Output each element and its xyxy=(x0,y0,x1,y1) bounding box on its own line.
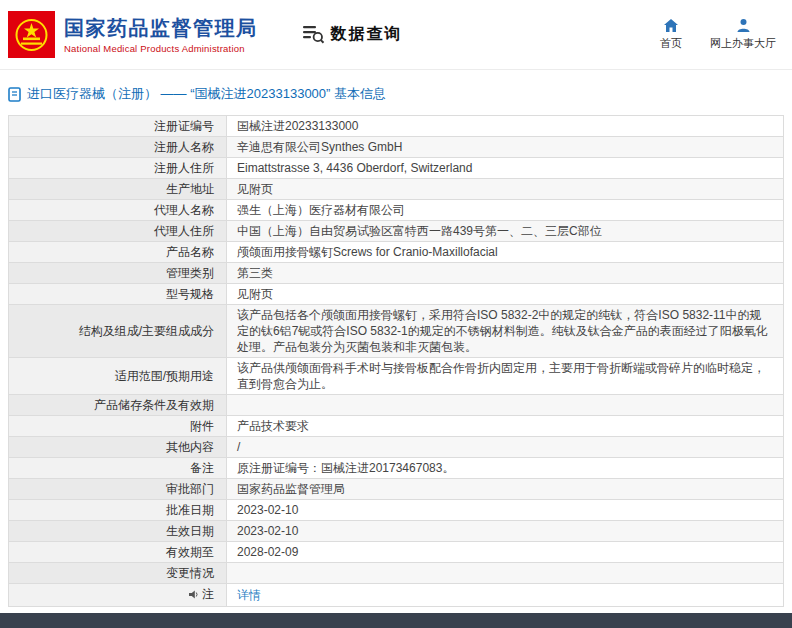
nav-home-label: 首页 xyxy=(660,36,682,51)
row-value: 2023-02-10 xyxy=(227,500,784,521)
table-row: 注册证编号 国械注进20233133000 xyxy=(9,116,784,137)
person-icon xyxy=(736,18,751,33)
row-label: 其他内容 xyxy=(9,437,227,458)
page-header: 国家药品监督管理局 National Medical Products Admi… xyxy=(0,0,792,70)
table-row: 管理类别 第三类 xyxy=(9,263,784,284)
table-row: 产品名称 颅颌面用接骨螺钉Screws for Cranio-Maxillofa… xyxy=(9,242,784,263)
row-label: 产品名称 xyxy=(9,242,227,263)
note-icon xyxy=(188,589,199,600)
table-row: 有效期至 2028-02-09 xyxy=(9,542,784,563)
row-value: 该产品供颅颌面骨科手术时与接骨板配合作骨折内固定用，主要用于骨折断端或骨碎片的临… xyxy=(227,358,784,395)
table-row: 注册人住所 Eimattstrasse 3, 4436 Oberdorf, Sw… xyxy=(9,158,784,179)
row-value xyxy=(227,395,784,416)
breadcrumb: 进口医疗器械（注册） —— “国械注进20233133000” 基本信息 xyxy=(0,70,792,115)
data-query-icon xyxy=(302,24,325,45)
row-label: 审批部门 xyxy=(9,479,227,500)
row-value: 产品技术要求 xyxy=(227,416,784,437)
table-row: 审批部门 国家药品监督管理局 xyxy=(9,479,784,500)
row-value: 原注册证编号：国械注进20173467083。 xyxy=(227,458,784,479)
table-row: 代理人住所 中国（上海）自由贸易试验区富特西一路439号第一、二、三层C部位 xyxy=(9,221,784,242)
table-row: 备注 原注册证编号：国械注进20173467083。 xyxy=(9,458,784,479)
row-label: 注 xyxy=(9,584,227,607)
row-label: 注册证编号 xyxy=(9,116,227,137)
footer-bar xyxy=(0,613,792,628)
data-query-module[interactable]: 数据查询 xyxy=(302,24,403,45)
note-label: 注 xyxy=(202,586,214,602)
agency-name-cn: 国家药品监督管理局 xyxy=(64,16,258,40)
row-value xyxy=(227,563,784,584)
page-title: 进口医疗器械（注册） —— “国械注进20233133000” 基本信息 xyxy=(27,85,386,103)
row-label: 生产地址 xyxy=(9,179,227,200)
row-label: 生效日期 xyxy=(9,521,227,542)
table-row: 适用范围/预期用途 该产品供颅颌面骨科手术时与接骨板配合作骨折内固定用，主要用于… xyxy=(9,358,784,395)
registration-info-table: 注册证编号 国械注进20233133000 注册人名称 辛迪思有限公司Synth… xyxy=(8,115,784,607)
table-row: 变更情况 xyxy=(9,563,784,584)
table-row: 代理人名称 强生（上海）医疗器材有限公司 xyxy=(9,200,784,221)
row-value: 颅颌面用接骨螺钉Screws for Cranio-Maxillofacial xyxy=(227,242,784,263)
table-row: 注册人名称 辛迪思有限公司Synthes GmbH xyxy=(9,137,784,158)
top-nav: 首页 网上办事大厅 xyxy=(660,18,776,51)
row-value: Eimattstrasse 3, 4436 Oberdorf, Switzerl… xyxy=(227,158,784,179)
row-label: 适用范围/预期用途 xyxy=(9,358,227,395)
nav-item-home[interactable]: 首页 xyxy=(660,18,682,51)
row-label: 变更情况 xyxy=(9,563,227,584)
document-icon xyxy=(8,87,21,102)
agency-name-block: 国家药品监督管理局 National Medical Products Admi… xyxy=(64,16,258,54)
detail-link[interactable]: 详情 xyxy=(237,588,261,602)
row-value: 国械注进20233133000 xyxy=(227,116,784,137)
row-value: 强生（上海）医疗器材有限公司 xyxy=(227,200,784,221)
row-label: 管理类别 xyxy=(9,263,227,284)
row-label: 代理人住所 xyxy=(9,221,227,242)
agency-brand: 国家药品监督管理局 National Medical Products Admi… xyxy=(8,11,258,58)
row-value: 国家药品监督管理局 xyxy=(227,479,784,500)
table-row: 生产地址 见附页 xyxy=(9,179,784,200)
table-row: 生效日期 2023-02-10 xyxy=(9,521,784,542)
row-label: 型号规格 xyxy=(9,284,227,305)
table-row: 结构及组成/主要组成成分 该产品包括各个颅颌面用接骨螺钉，采用符合ISO 583… xyxy=(9,305,784,358)
nav-item-service-hall[interactable]: 网上办事大厅 xyxy=(710,18,776,51)
row-value: 该产品包括各个颅颌面用接骨螺钉，采用符合ISO 5832-2中的规定的纯钛，符合… xyxy=(227,305,784,358)
table-row: 产品储存条件及有效期 xyxy=(9,395,784,416)
row-label: 有效期至 xyxy=(9,542,227,563)
row-value: 2023-02-10 xyxy=(227,521,784,542)
national-emblem-icon xyxy=(8,11,55,58)
row-value: 第三类 xyxy=(227,263,784,284)
table-row-note: 注 详情 xyxy=(9,584,784,607)
table-row: 型号规格 见附页 xyxy=(9,284,784,305)
row-value: 辛迪思有限公司Synthes GmbH xyxy=(227,137,784,158)
row-label: 注册人住所 xyxy=(9,158,227,179)
row-value: / xyxy=(227,437,784,458)
row-value: 见附页 xyxy=(227,284,784,305)
nav-service-hall-label: 网上办事大厅 xyxy=(710,36,776,51)
row-label: 产品储存条件及有效期 xyxy=(9,395,227,416)
row-label: 代理人名称 xyxy=(9,200,227,221)
row-label: 备注 xyxy=(9,458,227,479)
row-value: 详情 xyxy=(227,584,784,607)
home-icon xyxy=(663,18,679,33)
row-value: 中国（上海）自由贸易试验区富特西一路439号第一、二、三层C部位 xyxy=(227,221,784,242)
row-value: 见附页 xyxy=(227,179,784,200)
row-label: 注册人名称 xyxy=(9,137,227,158)
row-label: 结构及组成/主要组成成分 xyxy=(9,305,227,358)
row-value: 2028-02-09 xyxy=(227,542,784,563)
table-row: 附件 产品技术要求 xyxy=(9,416,784,437)
table-row: 其他内容 / xyxy=(9,437,784,458)
agency-name-en: National Medical Products Administration xyxy=(64,43,258,54)
row-label: 批准日期 xyxy=(9,500,227,521)
table-row: 批准日期 2023-02-10 xyxy=(9,500,784,521)
data-query-label: 数据查询 xyxy=(331,24,403,45)
row-label: 附件 xyxy=(9,416,227,437)
